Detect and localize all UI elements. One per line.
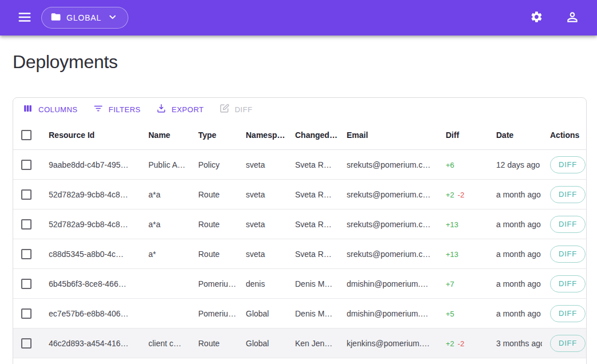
table-row[interactable]: 6b45b6f3-8ce8-466… Pomeriu… denis Denis … [13, 269, 586, 299]
cell-name: a*a [139, 190, 189, 199]
cell-resource-id: 6b45b6f3-8ce8-466… [40, 279, 139, 288]
select-all-checkbox[interactable] [21, 130, 32, 140]
filters-button-label: FILTERS [109, 105, 141, 114]
filters-button[interactable]: FILTERS [87, 100, 147, 119]
cell-email: srekuts@pomerium.c… [337, 220, 437, 229]
cell-email: srekuts@pomerium.c… [337, 250, 437, 259]
diff-removed: -2 [458, 339, 465, 348]
cell-changed-by: Sveta R… [286, 250, 337, 259]
diff-added: +7 [446, 280, 454, 288]
namespace-label: GLOBAL [66, 13, 101, 22]
cell-date: 3 months ago [487, 339, 542, 348]
cell-diff: +13 [437, 250, 487, 259]
row-diff-button[interactable]: DIFF [550, 305, 586, 322]
diff-removed: -2 [458, 191, 465, 199]
table-row[interactable]: 9aabe8dd-c4b7-495… Public A… Policy svet… [13, 150, 586, 180]
cell-namespace: sveta [237, 220, 286, 229]
row-checkbox[interactable] [21, 308, 32, 319]
row-checkbox[interactable] [21, 219, 32, 230]
cell-diff: +6 [437, 160, 487, 169]
folder-icon [50, 11, 61, 24]
cell-diff: +2-2 [437, 190, 487, 199]
cell-date: a month ago [487, 279, 542, 288]
export-button-label: EXPORT [172, 105, 204, 114]
cell-namespace: sveta [237, 250, 286, 259]
row-diff-button[interactable]: DIFF [550, 335, 586, 352]
table-row[interactable]: c88d5345-a8b0-4c… a* Route sveta Sveta R… [13, 239, 586, 269]
edit-diff-icon [219, 103, 230, 116]
cell-diff: +7 [437, 279, 487, 288]
cell-email: dmishin@pomerium.… [337, 309, 437, 318]
cell-type: Pomeriu… [189, 279, 237, 288]
cell-changed-by: Sveta R… [286, 160, 337, 169]
cell-diff: +13 [437, 220, 487, 229]
column-header-type[interactable]: Type [189, 130, 237, 140]
row-diff-button[interactable]: DIFF [550, 216, 586, 233]
cell-changed-by: Ken Jen… [286, 339, 337, 348]
cell-date: a month ago [487, 220, 542, 229]
row-checkbox[interactable] [21, 160, 32, 170]
cell-namespace: sveta [237, 160, 286, 169]
view-columns-icon [22, 103, 33, 116]
cell-changed-by: Sveta R… [286, 220, 337, 229]
cell-date: a month ago [487, 190, 542, 199]
export-button[interactable]: EXPORT [150, 100, 210, 119]
cell-diff: +5 [437, 309, 487, 318]
column-header-email[interactable]: Email [337, 130, 437, 140]
cell-type: Policy [189, 160, 237, 169]
cell-type: Pomeriu… [189, 309, 237, 318]
cell-diff: +2-2 [437, 339, 487, 348]
page-title: Deployments [13, 49, 586, 74]
cell-email: dmishin@pomerium.… [337, 279, 437, 288]
menu-icon [17, 10, 32, 26]
column-header-date[interactable]: Date [487, 130, 542, 140]
cell-changed-by: Denis M… [286, 279, 337, 288]
row-checkbox[interactable] [21, 279, 32, 289]
column-header-actions: Actions [542, 130, 586, 140]
column-header-resource-id[interactable]: Resource Id [40, 130, 139, 140]
settings-button[interactable] [527, 7, 547, 29]
app-bar: GLOBAL [0, 0, 597, 35]
diff-toolbar-button: DIFF [213, 100, 258, 119]
diff-added: +6 [446, 161, 454, 169]
row-diff-button[interactable]: DIFF [550, 246, 586, 263]
column-header-name[interactable]: Name [139, 130, 189, 140]
column-header-namespace[interactable]: Namesp… [237, 130, 286, 140]
table-row[interactable]: ec7e57b6-e8b8-406… Pomeriu… Global Denis… [13, 299, 586, 329]
cell-resource-id: ec7e57b6-e8b8-406… [40, 309, 139, 318]
row-checkbox[interactable] [21, 189, 32, 200]
namespace-selector[interactable]: GLOBAL [41, 7, 128, 29]
table-row[interactable]: 52d782a9-9cb8-4c8… a*a Route sveta Sveta… [13, 209, 586, 239]
table-row[interactable]: 52d782a9-9cb8-4c8… a*a Route sveta Sveta… [13, 180, 586, 209]
cell-resource-id: c88d5345-a8b0-4c… [40, 250, 139, 259]
row-diff-button[interactable]: DIFF [550, 156, 586, 173]
columns-button-label: COLUMNS [38, 105, 78, 114]
table-toolbar: COLUMNS FILTERS EXPORT DIFF [13, 98, 586, 121]
download-icon [156, 103, 167, 116]
columns-button[interactable]: COLUMNS [17, 100, 84, 119]
row-diff-button[interactable]: DIFF [550, 275, 586, 292]
account-button[interactable] [561, 6, 583, 30]
main-content: Deployments COLUMNS FILTERS EXPORT [0, 49, 597, 364]
cell-namespace: Global [237, 339, 286, 348]
diff-added: +13 [446, 220, 458, 229]
column-header-diff[interactable]: Diff [437, 130, 487, 140]
chevron-down-icon [107, 11, 119, 25]
gear-icon [530, 10, 543, 25]
table-row[interactable]: 46c2d893-a454-416… client c… Route Globa… [13, 329, 586, 358]
row-diff-button[interactable]: DIFF [550, 186, 586, 203]
cell-email: kjenkins@pomerium.… [337, 339, 437, 348]
menu-button[interactable] [14, 6, 36, 30]
cell-type: Route [189, 190, 237, 199]
diff-toolbar-button-label: DIFF [235, 105, 253, 114]
cell-resource-id: 46c2d893-a454-416… [40, 339, 139, 348]
cell-date: a month ago [487, 309, 542, 318]
cell-changed-by: Denis M… [286, 309, 337, 318]
cell-resource-id: 52d782a9-9cb8-4c8… [40, 190, 139, 199]
cell-type: Route [189, 339, 237, 348]
cell-date: a month ago [487, 250, 542, 259]
column-header-changed-by[interactable]: Changed… [286, 130, 337, 140]
row-checkbox[interactable] [21, 249, 32, 259]
diff-added: +13 [446, 250, 458, 259]
row-checkbox[interactable] [21, 338, 32, 349]
